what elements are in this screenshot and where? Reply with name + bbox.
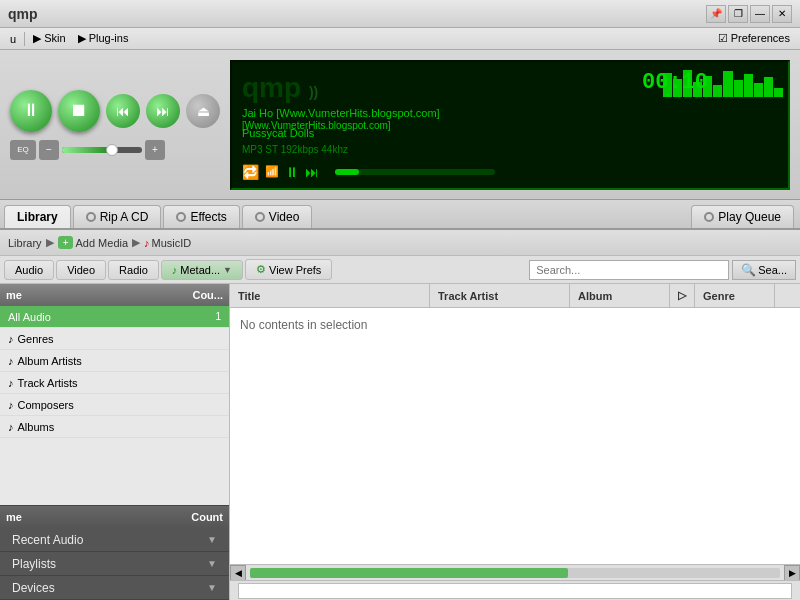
- tab-video[interactable]: Video: [242, 205, 312, 228]
- transport-bottom: EQ − +: [10, 140, 220, 160]
- display-format: MP3 ST 192kbps 44khz: [242, 144, 348, 155]
- lib-item-track-artists[interactable]: ♪ Track Artists: [0, 372, 229, 394]
- tab-effects[interactable]: Effects: [163, 205, 239, 228]
- nav-playlists-arrow: ▼: [207, 558, 217, 569]
- album-artists-icon: ♪: [8, 355, 14, 367]
- app-name: qmp: [8, 6, 38, 22]
- nav-recent-audio[interactable]: Recent Audio ▼: [0, 528, 229, 552]
- col-album-header[interactable]: Album: [570, 284, 670, 307]
- close-button[interactable]: ✕: [772, 5, 792, 23]
- tab-video-label: Video: [269, 210, 299, 224]
- subtab-metadata-label: Metad...: [180, 264, 220, 276]
- nav-playlists[interactable]: Playlists ▼: [0, 552, 229, 576]
- subtab-metadata-icon: ♪: [172, 264, 178, 276]
- subtab-radio-label: Radio: [119, 264, 148, 276]
- view-prefs-button[interactable]: ⚙ View Prefs: [245, 259, 332, 280]
- tab-rip-cd[interactable]: Rip A CD: [73, 205, 162, 228]
- tab-rip-label: Rip A CD: [100, 210, 149, 224]
- track-artists-icon: ♪: [8, 377, 14, 389]
- lib-item-composers[interactable]: ♪ Composers: [0, 394, 229, 416]
- lib-item-all-audio[interactable]: All Audio 1: [0, 306, 229, 328]
- lib-col-name: me: [6, 289, 22, 301]
- pin-button[interactable]: 📌: [706, 5, 726, 23]
- tab-library[interactable]: Library: [4, 205, 71, 228]
- minimize-button[interactable]: —: [750, 5, 770, 23]
- display-logo: qmp )): [242, 72, 318, 104]
- subtab-metadata[interactable]: ♪ Metad... ▼: [161, 260, 243, 280]
- view-prefs-icon: ⚙: [256, 263, 266, 276]
- vol-down-button[interactable]: −: [39, 140, 59, 160]
- menu-preferences[interactable]: ☑ Preferences: [712, 30, 796, 47]
- prev-button[interactable]: ⏮: [106, 94, 140, 128]
- search-area: 🔍 Sea...: [529, 260, 796, 280]
- pause-button[interactable]: ⏸: [10, 90, 52, 132]
- breadcrumb-library-link[interactable]: Library: [8, 237, 42, 249]
- play-icon[interactable]: ⏸: [285, 164, 299, 180]
- skip-icon[interactable]: ⏭: [305, 164, 319, 180]
- breadcrumb-add-media-link[interactable]: + Add Media: [58, 236, 128, 249]
- tab-right: Play Queue: [687, 205, 796, 228]
- repeat-icon[interactable]: 🔁: [242, 164, 259, 180]
- scroll-left-button[interactable]: ◀: [230, 565, 246, 581]
- nav-playlists-label: Playlists: [12, 557, 56, 571]
- lib-item-all-audio-label: All Audio: [8, 311, 51, 323]
- subtab-video[interactable]: Video: [56, 260, 106, 280]
- nav-devices[interactable]: Devices ▼: [0, 576, 229, 600]
- nav-recent-audio-label: Recent Audio: [12, 533, 83, 547]
- nav-recent-audio-arrow: ▼: [207, 534, 217, 545]
- stop-button[interactable]: ⏹: [58, 90, 100, 132]
- breadcrumb: Library ▶ + Add Media ▶ ♪ MusicID: [0, 230, 800, 256]
- lib-item-album-artists[interactable]: ♪ Album Artists: [0, 350, 229, 372]
- col-artist-header[interactable]: Track Artist: [430, 284, 570, 307]
- subtab-audio[interactable]: Audio: [4, 260, 54, 280]
- nav-devices-label: Devices: [12, 581, 55, 595]
- col-genre-header[interactable]: Genre: [695, 284, 775, 307]
- search-input[interactable]: [529, 260, 729, 280]
- tab-queue-label: Play Queue: [718, 210, 781, 224]
- col-play-header[interactable]: ▷: [670, 284, 695, 307]
- tab-video-radio-icon: [255, 212, 265, 222]
- sidebar: me Cou... All Audio 1 ♪ Genres ♪ Album A…: [0, 284, 230, 600]
- menu-u[interactable]: u: [4, 31, 22, 47]
- search-button-label: Sea...: [758, 264, 787, 276]
- tab-play-queue[interactable]: Play Queue: [691, 205, 794, 228]
- tab-effects-label: Effects: [190, 210, 226, 224]
- status-input[interactable]: [238, 583, 792, 599]
- menu-skin[interactable]: ▶ Skin: [27, 30, 71, 47]
- tab-queue-radio-icon: [704, 212, 714, 222]
- menu-plugins[interactable]: ▶ Plug-ins: [72, 30, 135, 47]
- volume-slider[interactable]: [62, 147, 142, 153]
- col-title-header[interactable]: Title: [230, 284, 430, 307]
- library-list: All Audio 1 ♪ Genres ♪ Album Artists ♪ T…: [0, 306, 229, 438]
- volume-fill: [62, 147, 110, 153]
- tab-bar: Library Rip A CD Effects Video Play Queu…: [0, 200, 800, 230]
- add-media-icon: +: [58, 236, 74, 249]
- eq-button[interactable]: EQ: [10, 140, 36, 160]
- scroll-track[interactable]: [250, 568, 780, 578]
- lib-item-composers-label: Composers: [18, 399, 74, 411]
- eject-button[interactable]: ⏏: [186, 94, 220, 128]
- vol-up-button[interactable]: +: [145, 140, 165, 160]
- subtab-radio[interactable]: Radio: [108, 260, 159, 280]
- volume-thumb[interactable]: [106, 144, 118, 156]
- app-title: qmp: [8, 6, 42, 22]
- restore-button[interactable]: ❐: [728, 5, 748, 23]
- subtab-dropdown-icon[interactable]: ▼: [223, 265, 232, 275]
- progress-bar[interactable]: [335, 169, 495, 175]
- lib-item-album-artists-label: Album Artists: [18, 355, 82, 367]
- lib-item-albums[interactable]: ♪ Albums: [0, 416, 229, 438]
- player-area: ⏸ ⏹ ⏮ ⏭ ⏏ EQ − + qmp )): [0, 50, 800, 200]
- scroll-right-button[interactable]: ▶: [784, 565, 800, 581]
- menubar: u ▶ Skin ▶ Plug-ins ☑ Preferences: [0, 28, 800, 50]
- next-button[interactable]: ⏭: [146, 94, 180, 128]
- lib-item-genres[interactable]: ♪ Genres: [0, 328, 229, 350]
- viz-bar: [723, 71, 732, 97]
- breadcrumb-music-id-link[interactable]: ♪ MusicID: [144, 237, 191, 249]
- composers-icon: ♪: [8, 399, 14, 411]
- search-button[interactable]: 🔍 Sea...: [732, 260, 796, 280]
- progress-fill: [335, 169, 359, 175]
- viz-bar: [774, 88, 783, 97]
- content-body: No contents in selection: [230, 308, 800, 564]
- display-track-title: Jai Ho [Www.VumeterHits.blogspot.com]: [242, 107, 778, 119]
- library-section: me Cou... All Audio 1 ♪ Genres ♪ Album A…: [0, 284, 229, 505]
